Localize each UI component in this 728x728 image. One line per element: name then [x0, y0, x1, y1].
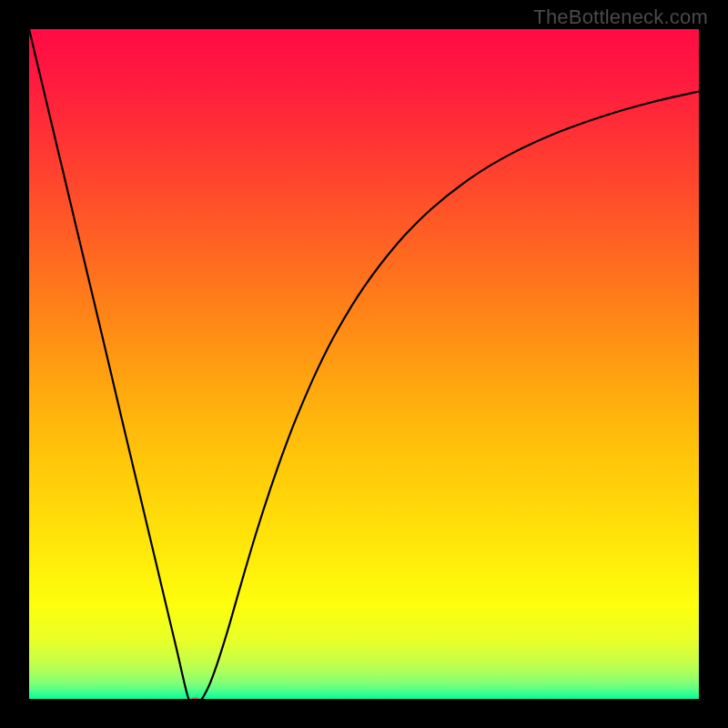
gradient-background: [29, 29, 699, 699]
chart-svg: [29, 29, 699, 699]
chart-container: TheBottleneck.com: [0, 0, 728, 728]
attribution-label: TheBottleneck.com: [533, 5, 708, 29]
plot-area: [29, 29, 699, 699]
